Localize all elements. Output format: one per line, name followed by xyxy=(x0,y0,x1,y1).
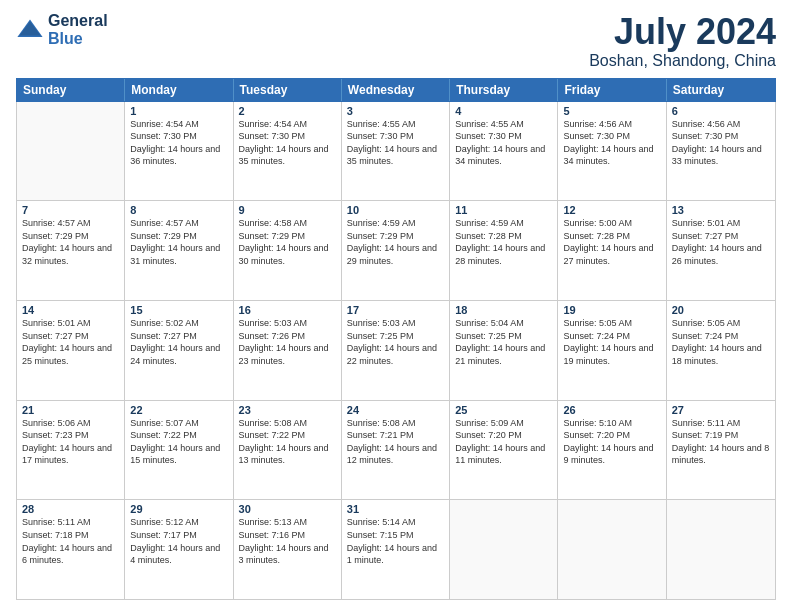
day-info: Sunrise: 5:05 AMSunset: 7:24 PMDaylight:… xyxy=(672,317,770,367)
calendar-cell: 9Sunrise: 4:58 AMSunset: 7:29 PMDaylight… xyxy=(234,201,342,300)
calendar-row: 14Sunrise: 5:01 AMSunset: 7:27 PMDayligh… xyxy=(17,301,775,401)
calendar-cell: 6Sunrise: 4:56 AMSunset: 7:30 PMDaylight… xyxy=(667,102,775,201)
calendar-cell xyxy=(558,500,666,599)
calendar-cell xyxy=(667,500,775,599)
day-info: Sunrise: 4:59 AMSunset: 7:29 PMDaylight:… xyxy=(347,217,444,267)
calendar-cell: 29Sunrise: 5:12 AMSunset: 7:17 PMDayligh… xyxy=(125,500,233,599)
day-number: 5 xyxy=(563,105,660,117)
day-info: Sunrise: 5:01 AMSunset: 7:27 PMDaylight:… xyxy=(22,317,119,367)
day-number: 12 xyxy=(563,204,660,216)
day-info: Sunrise: 4:55 AMSunset: 7:30 PMDaylight:… xyxy=(347,118,444,168)
day-info: Sunrise: 5:06 AMSunset: 7:23 PMDaylight:… xyxy=(22,417,119,467)
logo-text: General Blue xyxy=(48,12,108,48)
calendar-cell: 5Sunrise: 4:56 AMSunset: 7:30 PMDaylight… xyxy=(558,102,666,201)
calendar-body: 1Sunrise: 4:54 AMSunset: 7:30 PMDaylight… xyxy=(16,102,776,600)
day-info: Sunrise: 4:56 AMSunset: 7:30 PMDaylight:… xyxy=(672,118,770,168)
svg-marker-1 xyxy=(20,22,41,36)
main-title: July 2024 xyxy=(589,12,776,52)
day-info: Sunrise: 5:08 AMSunset: 7:22 PMDaylight:… xyxy=(239,417,336,467)
day-number: 9 xyxy=(239,204,336,216)
calendar-cell: 15Sunrise: 5:02 AMSunset: 7:27 PMDayligh… xyxy=(125,301,233,400)
day-info: Sunrise: 5:02 AMSunset: 7:27 PMDaylight:… xyxy=(130,317,227,367)
day-number: 27 xyxy=(672,404,770,416)
day-number: 30 xyxy=(239,503,336,515)
day-info: Sunrise: 5:11 AMSunset: 7:19 PMDaylight:… xyxy=(672,417,770,467)
day-number: 21 xyxy=(22,404,119,416)
calendar-cell: 8Sunrise: 4:57 AMSunset: 7:29 PMDaylight… xyxy=(125,201,233,300)
calendar-cell: 18Sunrise: 5:04 AMSunset: 7:25 PMDayligh… xyxy=(450,301,558,400)
calendar-row: 7Sunrise: 4:57 AMSunset: 7:29 PMDaylight… xyxy=(17,201,775,301)
page: General Blue July 2024 Boshan, Shandong,… xyxy=(0,0,792,612)
calendar-cell: 24Sunrise: 5:08 AMSunset: 7:21 PMDayligh… xyxy=(342,401,450,500)
day-info: Sunrise: 5:11 AMSunset: 7:18 PMDaylight:… xyxy=(22,516,119,566)
weekday-header: Tuesday xyxy=(234,79,342,101)
calendar-row: 28Sunrise: 5:11 AMSunset: 7:18 PMDayligh… xyxy=(17,500,775,599)
calendar-cell: 31Sunrise: 5:14 AMSunset: 7:15 PMDayligh… xyxy=(342,500,450,599)
day-info: Sunrise: 5:01 AMSunset: 7:27 PMDaylight:… xyxy=(672,217,770,267)
calendar-cell: 17Sunrise: 5:03 AMSunset: 7:25 PMDayligh… xyxy=(342,301,450,400)
day-number: 11 xyxy=(455,204,552,216)
day-info: Sunrise: 5:14 AMSunset: 7:15 PMDaylight:… xyxy=(347,516,444,566)
day-number: 15 xyxy=(130,304,227,316)
calendar-cell: 2Sunrise: 4:54 AMSunset: 7:30 PMDaylight… xyxy=(234,102,342,201)
day-number: 13 xyxy=(672,204,770,216)
calendar-cell xyxy=(450,500,558,599)
calendar-header: SundayMondayTuesdayWednesdayThursdayFrid… xyxy=(16,78,776,102)
day-number: 14 xyxy=(22,304,119,316)
day-info: Sunrise: 5:04 AMSunset: 7:25 PMDaylight:… xyxy=(455,317,552,367)
weekday-header: Saturday xyxy=(667,79,775,101)
day-number: 26 xyxy=(563,404,660,416)
day-info: Sunrise: 5:12 AMSunset: 7:17 PMDaylight:… xyxy=(130,516,227,566)
header: General Blue July 2024 Boshan, Shandong,… xyxy=(16,12,776,70)
day-number: 31 xyxy=(347,503,444,515)
calendar-cell: 16Sunrise: 5:03 AMSunset: 7:26 PMDayligh… xyxy=(234,301,342,400)
day-info: Sunrise: 4:54 AMSunset: 7:30 PMDaylight:… xyxy=(130,118,227,168)
day-info: Sunrise: 5:05 AMSunset: 7:24 PMDaylight:… xyxy=(563,317,660,367)
day-number: 16 xyxy=(239,304,336,316)
day-number: 19 xyxy=(563,304,660,316)
day-number: 20 xyxy=(672,304,770,316)
calendar-row: 1Sunrise: 4:54 AMSunset: 7:30 PMDaylight… xyxy=(17,102,775,202)
day-number: 7 xyxy=(22,204,119,216)
calendar: SundayMondayTuesdayWednesdayThursdayFrid… xyxy=(16,78,776,600)
subtitle: Boshan, Shandong, China xyxy=(589,52,776,70)
day-info: Sunrise: 5:08 AMSunset: 7:21 PMDaylight:… xyxy=(347,417,444,467)
day-number: 6 xyxy=(672,105,770,117)
weekday-header: Thursday xyxy=(450,79,558,101)
logo: General Blue xyxy=(16,12,108,48)
calendar-cell: 25Sunrise: 5:09 AMSunset: 7:20 PMDayligh… xyxy=(450,401,558,500)
day-info: Sunrise: 5:10 AMSunset: 7:20 PMDaylight:… xyxy=(563,417,660,467)
day-info: Sunrise: 4:54 AMSunset: 7:30 PMDaylight:… xyxy=(239,118,336,168)
day-number: 28 xyxy=(22,503,119,515)
weekday-header: Friday xyxy=(558,79,666,101)
day-number: 4 xyxy=(455,105,552,117)
day-info: Sunrise: 5:00 AMSunset: 7:28 PMDaylight:… xyxy=(563,217,660,267)
day-number: 3 xyxy=(347,105,444,117)
day-info: Sunrise: 4:55 AMSunset: 7:30 PMDaylight:… xyxy=(455,118,552,168)
day-info: Sunrise: 4:57 AMSunset: 7:29 PMDaylight:… xyxy=(130,217,227,267)
day-number: 22 xyxy=(130,404,227,416)
calendar-cell: 26Sunrise: 5:10 AMSunset: 7:20 PMDayligh… xyxy=(558,401,666,500)
calendar-cell: 12Sunrise: 5:00 AMSunset: 7:28 PMDayligh… xyxy=(558,201,666,300)
weekday-header: Monday xyxy=(125,79,233,101)
day-number: 23 xyxy=(239,404,336,416)
day-number: 17 xyxy=(347,304,444,316)
day-info: Sunrise: 4:57 AMSunset: 7:29 PMDaylight:… xyxy=(22,217,119,267)
day-number: 10 xyxy=(347,204,444,216)
day-info: Sunrise: 4:59 AMSunset: 7:28 PMDaylight:… xyxy=(455,217,552,267)
calendar-cell xyxy=(17,102,125,201)
calendar-cell: 20Sunrise: 5:05 AMSunset: 7:24 PMDayligh… xyxy=(667,301,775,400)
calendar-cell: 22Sunrise: 5:07 AMSunset: 7:22 PMDayligh… xyxy=(125,401,233,500)
day-number: 8 xyxy=(130,204,227,216)
calendar-cell: 21Sunrise: 5:06 AMSunset: 7:23 PMDayligh… xyxy=(17,401,125,500)
calendar-cell: 13Sunrise: 5:01 AMSunset: 7:27 PMDayligh… xyxy=(667,201,775,300)
day-info: Sunrise: 5:09 AMSunset: 7:20 PMDaylight:… xyxy=(455,417,552,467)
calendar-cell: 30Sunrise: 5:13 AMSunset: 7:16 PMDayligh… xyxy=(234,500,342,599)
day-number: 29 xyxy=(130,503,227,515)
title-block: July 2024 Boshan, Shandong, China xyxy=(589,12,776,70)
day-info: Sunrise: 5:03 AMSunset: 7:25 PMDaylight:… xyxy=(347,317,444,367)
weekday-header: Sunday xyxy=(17,79,125,101)
calendar-row: 21Sunrise: 5:06 AMSunset: 7:23 PMDayligh… xyxy=(17,401,775,501)
calendar-cell: 11Sunrise: 4:59 AMSunset: 7:28 PMDayligh… xyxy=(450,201,558,300)
calendar-cell: 10Sunrise: 4:59 AMSunset: 7:29 PMDayligh… xyxy=(342,201,450,300)
